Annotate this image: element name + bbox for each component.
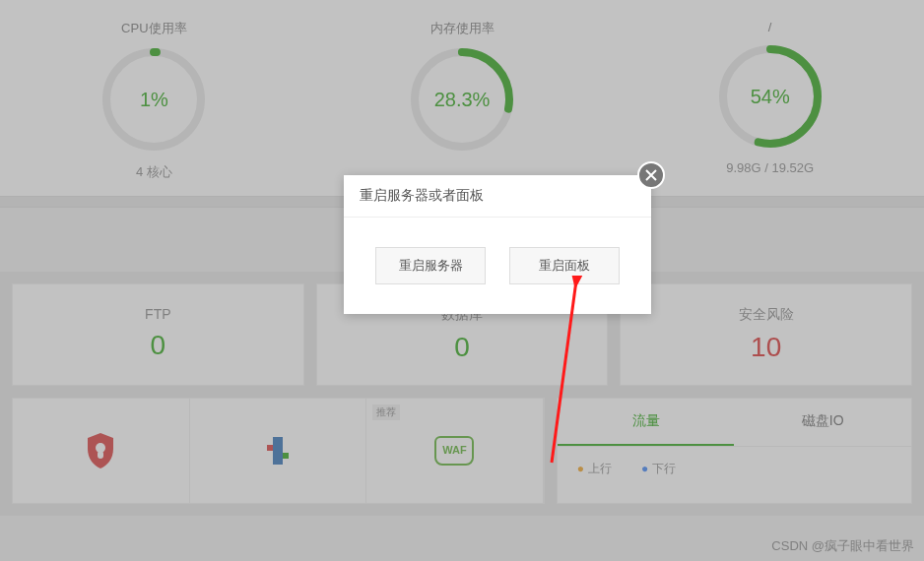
close-icon — [645, 169, 657, 181]
restart-server-button[interactable]: 重启服务器 — [375, 247, 486, 284]
close-button[interactable] — [637, 161, 665, 189]
restart-modal: 重启服务器或者面板 重启服务器 重启面板 — [344, 175, 651, 314]
modal-title: 重启服务器或者面板 — [344, 175, 651, 218]
restart-panel-button[interactable]: 重启面板 — [509, 247, 620, 284]
watermark: CSDN @疯子眼中看世界 — [771, 537, 914, 555]
